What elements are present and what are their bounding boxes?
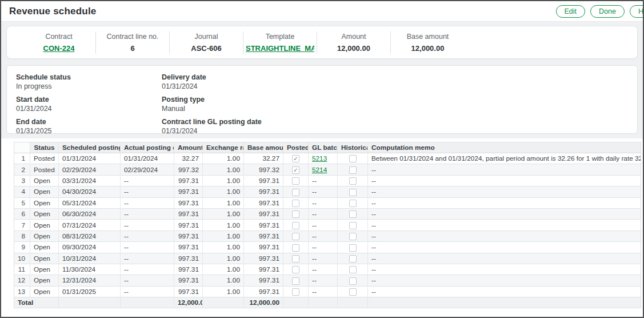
actual-posting-date-cell: --: [121, 208, 174, 219]
historical-checkbox[interactable]: [349, 189, 357, 196]
done-button[interactable]: Done: [590, 5, 625, 18]
exchange-rate-cell: 1.00: [203, 186, 244, 197]
detail-label-contract-line-gl-posting-date: Contract line GL posting date: [162, 118, 262, 126]
historical-cell: [338, 153, 368, 164]
summary-item-template: TemplateSTRAIGHTLINE_MANUA: [243, 31, 317, 54]
summary-value-template-link[interactable]: STRAIGHTLINE_MANUA: [246, 44, 314, 53]
status-cell: Open: [30, 230, 59, 241]
status-cell: Open: [30, 208, 59, 219]
row-number: 7: [14, 220, 30, 230]
summary-item-amount: Amount12,000.00: [317, 31, 391, 54]
historical-cell: [338, 208, 368, 219]
historical-checkbox[interactable]: [349, 277, 357, 285]
content-area: ContractCON-224Contract line no.6Journal…: [1, 22, 643, 138]
status-cell: Open: [30, 242, 59, 253]
exchange-rate-cell: 1.00: [203, 286, 244, 297]
posted-checkbox[interactable]: ✓: [292, 166, 299, 174]
exchange-rate-cell: 1.00: [203, 153, 244, 164]
detail-value-contract-line-gl-posting-date: 01/31/2024: [162, 127, 262, 135]
computation-memo-cell: --: [368, 286, 641, 297]
column-header-scheduled-posting-date: Scheduled posting date: [59, 142, 121, 153]
actual-posting-date-cell: --: [121, 175, 174, 186]
posted-cell: [283, 242, 309, 253]
amount-cell: 997.31: [174, 220, 203, 230]
computation-memo-cell: --: [368, 220, 641, 230]
base-amount-cell: 997.31: [244, 242, 283, 253]
gl-batch-cell: --: [309, 175, 338, 186]
historical-checkbox[interactable]: [349, 266, 357, 273]
posted-checkbox[interactable]: [292, 177, 299, 185]
summary-label-contract: Contract: [25, 33, 93, 41]
historical-checkbox[interactable]: [349, 288, 357, 296]
status-cell: Open: [30, 253, 59, 264]
gl-batch-link[interactable]: 5214: [312, 166, 327, 174]
posted-checkbox[interactable]: [292, 288, 299, 296]
posted-cell: [283, 175, 309, 186]
historical-checkbox[interactable]: [349, 255, 357, 263]
summary-label-journal: Journal: [172, 33, 241, 41]
table-row: 11Open11/30/2024--997.311.00997.31----: [14, 264, 641, 275]
table-row: 5Open05/31/2024--997.311.00997.31----: [14, 197, 641, 208]
scheduled-posting-date-cell: 01/31/2025: [59, 286, 121, 297]
posted-checkbox[interactable]: ✓: [292, 155, 299, 162]
historical-checkbox[interactable]: [349, 244, 357, 252]
posted-cell: [283, 253, 309, 264]
posted-checkbox[interactable]: [292, 277, 299, 285]
gl-batch-link[interactable]: 5213: [312, 154, 327, 162]
posted-checkbox[interactable]: [292, 222, 299, 229]
historical-cell: [338, 175, 368, 186]
base-amount-cell: 997.31: [244, 275, 283, 286]
exchange-rate-cell: 1.00: [203, 164, 244, 175]
scheduled-posting-date-cell: 05/31/2024: [59, 197, 121, 208]
exchange-rate-cell: 1.00: [203, 208, 244, 219]
total-base-amount: 12,000.00: [244, 297, 283, 308]
posted-checkbox[interactable]: [292, 189, 299, 196]
base-amount-cell: 997.31: [244, 175, 283, 186]
actual-posting-date-cell: --: [121, 264, 174, 275]
base-amount-cell: 997.31: [244, 208, 283, 219]
amount-cell: 997.31: [174, 242, 203, 253]
amount-cell: 997.31: [174, 264, 203, 275]
detail-field-delivery-date: Delivery date01/31/2024: [162, 73, 262, 90]
historical-cell: [338, 286, 368, 297]
titlebar-buttons: Edit Done H: [556, 5, 644, 18]
table-row: 8Open08/31/2024--997.311.00997.31----: [14, 230, 641, 241]
cutoff-button[interactable]: H: [630, 5, 644, 18]
posted-checkbox[interactable]: [292, 255, 299, 263]
detail-label-start-date: Start date: [16, 96, 162, 104]
historical-checkbox[interactable]: [349, 155, 357, 162]
historical-checkbox[interactable]: [349, 210, 357, 218]
amount-cell: 997.31: [174, 275, 203, 286]
base-amount-cell: 997.31: [244, 186, 283, 197]
column-header-exchange-rate: Exchange rate: [203, 142, 244, 153]
row-number: 11: [14, 264, 30, 275]
posted-checkbox[interactable]: [292, 244, 299, 252]
summary-item-base-amount: Base amount12,000.00: [391, 31, 465, 54]
amount-cell: 32.27: [174, 153, 203, 164]
amount-cell: 997.31: [174, 230, 203, 241]
table-row: 4Open04/30/2024--997.311.00997.31----: [14, 186, 641, 197]
edit-button[interactable]: Edit: [556, 5, 586, 18]
historical-checkbox[interactable]: [349, 222, 357, 229]
posted-cell: [283, 208, 309, 219]
page-title: Revenue schedule: [1, 6, 96, 17]
posted-cell: ✓: [283, 153, 309, 164]
posted-checkbox[interactable]: [292, 233, 299, 240]
table-row: 12Open12/31/2024--997.311.00997.31----: [14, 275, 641, 286]
historical-checkbox[interactable]: [349, 233, 357, 240]
posted-checkbox[interactable]: [292, 200, 299, 207]
scheduled-posting-date-cell: 12/31/2024: [59, 275, 121, 286]
posted-checkbox[interactable]: [292, 210, 299, 218]
historical-checkbox[interactable]: [349, 177, 357, 185]
computation-memo-cell: --: [368, 242, 641, 253]
column-header-base-amount: Base amount: [244, 142, 283, 153]
gl-batch-cell: --: [309, 220, 338, 230]
computation-memo-cell: --: [368, 186, 641, 197]
historical-checkbox[interactable]: [349, 166, 357, 174]
historical-checkbox[interactable]: [349, 200, 357, 207]
exchange-rate-cell: 1.00: [203, 253, 244, 264]
posted-checkbox[interactable]: [292, 266, 299, 273]
summary-value-contract-line-no: 6: [98, 44, 167, 53]
detail-field-contract-line-gl-posting-date: Contract line GL posting date01/31/2024: [162, 118, 262, 135]
summary-value-contract-link[interactable]: CON-224: [25, 44, 93, 53]
